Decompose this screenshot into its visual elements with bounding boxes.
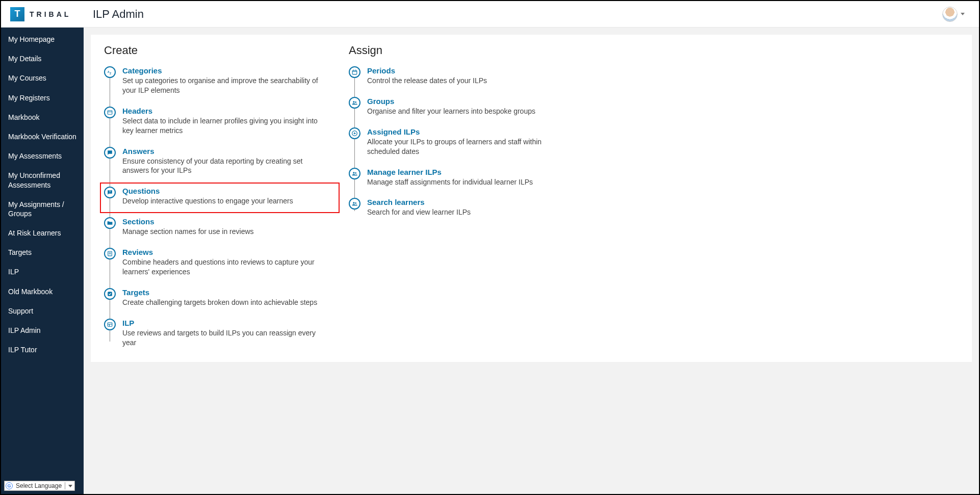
svg-text:A: A [108,70,110,73]
sidebar-item-markbook[interactable]: Markbook [1,108,84,127]
group-icon [349,198,360,210]
send-icon [349,127,360,139]
sidebar-item-ilp-admin[interactable]: ILP Admin [1,321,84,340]
group-icon [349,168,360,179]
language-label: Select Language [16,482,62,489]
create-timeline: AZCategoriesSet up categories to organis… [104,66,328,348]
sidebar-item-old-markbook[interactable]: Old Markbook [1,282,84,301]
calendar-icon [349,66,360,78]
tl-item-title: Categories [122,66,328,75]
assign-item-manage-learner-ilps[interactable]: Manage learner ILPsManage staff assignme… [349,168,573,187]
group-icon [349,97,360,109]
tl-item-desc: Search for and view learner ILPs [367,207,573,217]
create-item-sections[interactable]: SectionsManage section names for use in … [104,217,328,237]
content-card: Create AZCategoriesSet up categories to … [91,35,972,362]
create-item-ilp[interactable]: ILPUse reviews and targets to build ILPs… [104,319,328,348]
sidebar-item-my-details[interactable]: My Details [1,49,84,68]
tl-item-title: Manage learner ILPs [367,168,573,176]
svg-point-19 [353,172,354,173]
svg-point-21 [353,202,354,204]
sidebar-item-my-assessments[interactable]: My Assessments [1,146,84,166]
main-content-scroll[interactable]: Create AZCategoriesSet up categories to … [84,28,979,494]
svg-text:?: ? [109,191,111,193]
svg-text:Z: Z [110,72,112,75]
create-item-answers[interactable]: AnswersEnsure consistency of your data r… [104,147,328,176]
assign-item-periods[interactable]: PeriodsControl the release dates of your… [349,66,573,86]
tl-item-desc: Ensure consistency of your data reportin… [122,157,328,176]
create-item-categories[interactable]: AZCategoriesSet up categories to organis… [104,66,328,95]
target-icon [104,288,116,300]
svg-point-16 [353,101,354,102]
language-selector[interactable]: G Select Language [4,481,75,491]
tl-item-desc: Organise and filter your learners into b… [367,107,573,116]
svg-point-17 [355,101,356,103]
tl-item-title: ILP [122,319,328,327]
brand-text: TRIBAL [30,10,71,18]
chevron-down-icon [68,485,72,487]
sidebar-nav: My Homepage My Details My Courses My Reg… [1,28,84,494]
tl-item-title: Groups [367,97,573,106]
sidebar-item-my-courses[interactable]: My Courses [1,68,84,88]
user-menu-caret-icon[interactable] [961,13,965,15]
ilp-icon [104,319,116,330]
svg-rect-12 [352,70,357,74]
create-column: Create AZCategoriesSet up categories to … [104,44,328,348]
sidebar-item-my-registers[interactable]: My Registers [1,88,84,108]
create-item-reviews[interactable]: ReviewsCombine headers and questions int… [104,248,328,277]
assign-timeline: PeriodsControl the release dates of your… [349,66,573,217]
tl-item-title: Headers [122,107,328,115]
tl-item-desc: Develop interactive questions to engage … [122,196,328,206]
google-translate-icon: G [6,482,13,489]
svg-point-20 [355,172,356,174]
tl-item-title: Answers [122,147,328,155]
sidebar-item-unconf-assess[interactable]: My Unconfirmed Assessments [1,166,84,194]
svg-rect-8 [108,292,112,296]
folder-icon [104,217,116,229]
sidebar-item-ilp[interactable]: ILP [1,262,84,281]
svg-rect-2 [108,110,112,114]
tl-item-title: Questions [122,187,328,195]
assign-column: Assign PeriodsControl the release dates … [349,44,573,348]
chat-icon [104,147,116,159]
assign-heading: Assign [349,44,573,57]
tl-item-desc: Select data to include in learner profil… [122,116,328,136]
create-heading: Create [104,44,328,57]
tl-item-title: Targets [122,288,328,297]
create-item-questions[interactable]: ?QuestionsDevelop interactive questions … [104,187,328,206]
sidebar-item-ilp-tutor[interactable]: ILP Tutor [1,340,84,359]
tl-item-title: Periods [367,66,573,75]
brand-logo-icon: T [10,7,24,21]
create-item-targets[interactable]: TargetsCreate challenging targets broken… [104,288,328,307]
tl-item-desc: Manage staff assignments for individual … [367,177,573,187]
tl-item-title: Reviews [122,248,328,256]
tl-item-desc: Combine headers and questions into revie… [122,257,328,277]
az-icon: AZ [104,66,116,78]
create-item-headers[interactable]: HeadersSelect data to include in learner… [104,107,328,136]
sidebar-item-support[interactable]: Support [1,301,84,321]
tl-item-desc: Allocate your ILPs to groups of learners… [367,137,573,157]
header-icon [104,107,116,118]
assign-item-search-learners[interactable]: Search learnersSearch for and view learn… [349,198,573,217]
tl-item-title: Assigned ILPs [367,127,573,136]
tl-item-desc: Manage section names for use in reviews [122,227,328,237]
sidebar-item-assignments[interactable]: My Assignments / Groups [1,195,84,223]
brand[interactable]: T TRIBAL [1,7,84,21]
assign-item-groups[interactable]: GroupsOrganise and filter your learners … [349,97,573,116]
sidebar-item-targets[interactable]: Targets [1,243,84,262]
tl-item-title: Search learners [367,198,573,206]
question-icon: ? [104,187,116,198]
svg-point-22 [355,203,356,204]
tl-item-desc: Set up categories to organise and improv… [122,76,328,95]
tl-item-desc: Create challenging targets broken down i… [122,298,328,307]
sidebar-item-markbook-verif[interactable]: Markbook Verification [1,127,84,146]
assign-item-assigned-ilps[interactable]: Assigned ILPsAllocate your ILPs to group… [349,127,573,157]
tl-item-title: Sections [122,217,328,226]
sidebar-item-at-risk[interactable]: At Risk Learners [1,223,84,243]
app-header: T TRIBAL ILP Admin [1,1,979,28]
tl-item-desc: Control the release dates of your ILPs [367,76,573,86]
sidebar-item-my-homepage[interactable]: My Homepage [1,30,84,49]
divider [65,482,65,489]
page-title: ILP Admin [93,8,144,21]
avatar[interactable] [942,7,958,22]
review-icon [104,248,116,259]
